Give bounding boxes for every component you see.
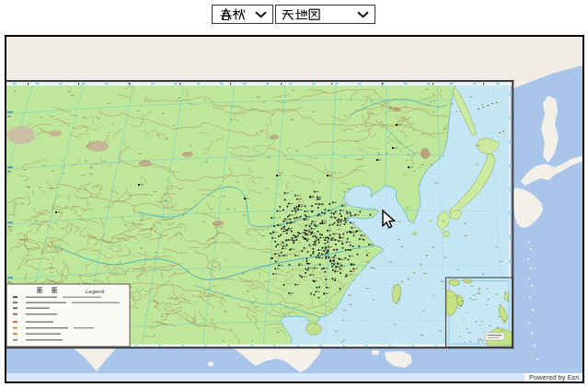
svg-text:Legend: Legend bbox=[86, 289, 104, 294]
